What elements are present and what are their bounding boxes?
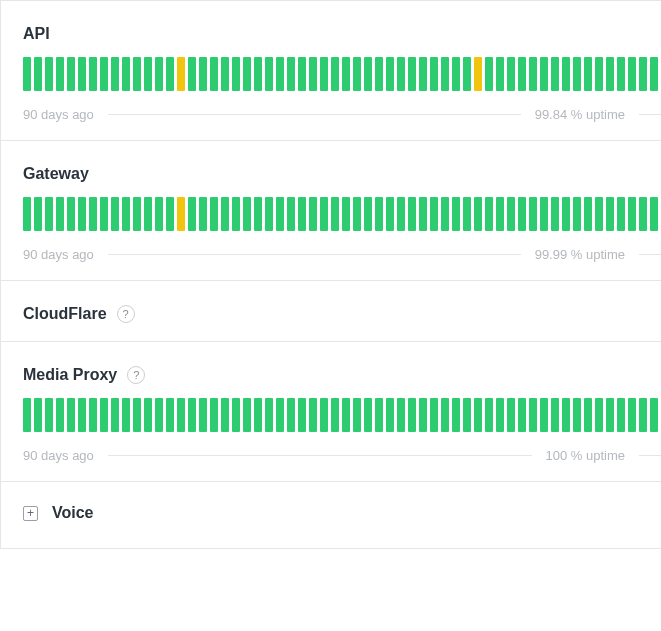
uptime-day-bar[interactable] xyxy=(397,398,405,432)
uptime-day-bar[interactable] xyxy=(540,398,548,432)
uptime-day-bar[interactable] xyxy=(507,57,515,91)
uptime-day-bar[interactable] xyxy=(89,398,97,432)
uptime-day-bar[interactable] xyxy=(353,398,361,432)
uptime-day-bar[interactable] xyxy=(595,197,603,231)
uptime-day-bar[interactable] xyxy=(56,57,64,91)
uptime-day-bar[interactable] xyxy=(45,57,53,91)
uptime-day-bar[interactable] xyxy=(573,57,581,91)
uptime-day-bar[interactable] xyxy=(210,197,218,231)
uptime-day-bar[interactable] xyxy=(639,57,647,91)
uptime-day-bar[interactable] xyxy=(166,398,174,432)
uptime-day-bar[interactable] xyxy=(320,197,328,231)
uptime-day-bar[interactable] xyxy=(188,398,196,432)
uptime-day-bar[interactable] xyxy=(485,57,493,91)
uptime-day-bar[interactable] xyxy=(34,398,42,432)
uptime-day-bar[interactable] xyxy=(562,398,570,432)
uptime-day-bar[interactable] xyxy=(441,398,449,432)
uptime-day-bar[interactable] xyxy=(133,197,141,231)
uptime-day-bar[interactable] xyxy=(386,398,394,432)
uptime-day-bar[interactable] xyxy=(56,197,64,231)
uptime-day-bar[interactable] xyxy=(23,57,31,91)
uptime-day-bar[interactable] xyxy=(507,197,515,231)
uptime-day-bar[interactable] xyxy=(650,197,658,231)
group-header[interactable]: +Voice xyxy=(23,504,661,522)
uptime-day-bar[interactable] xyxy=(111,197,119,231)
uptime-day-bar[interactable] xyxy=(463,57,471,91)
uptime-day-bar[interactable] xyxy=(188,57,196,91)
uptime-day-bar[interactable] xyxy=(331,57,339,91)
uptime-day-bar[interactable] xyxy=(265,398,273,432)
uptime-day-bar[interactable] xyxy=(386,197,394,231)
help-icon[interactable]: ? xyxy=(127,366,145,384)
uptime-day-bar[interactable] xyxy=(210,398,218,432)
uptime-day-bar[interactable] xyxy=(419,57,427,91)
uptime-day-bar[interactable] xyxy=(243,197,251,231)
uptime-day-bar[interactable] xyxy=(111,57,119,91)
uptime-day-bar[interactable] xyxy=(122,197,130,231)
uptime-day-bar[interactable] xyxy=(573,398,581,432)
uptime-day-bar[interactable] xyxy=(23,398,31,432)
uptime-day-bar[interactable] xyxy=(122,398,130,432)
uptime-day-bar[interactable] xyxy=(584,57,592,91)
uptime-day-bar[interactable] xyxy=(474,197,482,231)
uptime-day-bar[interactable] xyxy=(199,57,207,91)
uptime-day-bar[interactable] xyxy=(617,398,625,432)
uptime-day-bar[interactable] xyxy=(199,197,207,231)
uptime-day-bar[interactable] xyxy=(78,398,86,432)
expand-icon[interactable]: + xyxy=(23,506,38,521)
uptime-day-bar[interactable] xyxy=(375,57,383,91)
uptime-day-bar[interactable] xyxy=(100,398,108,432)
uptime-day-bar[interactable] xyxy=(144,57,152,91)
uptime-day-bar[interactable] xyxy=(430,398,438,432)
uptime-day-bar[interactable] xyxy=(122,57,130,91)
uptime-day-bar[interactable] xyxy=(529,398,537,432)
uptime-day-bar[interactable] xyxy=(463,197,471,231)
uptime-day-bar[interactable] xyxy=(496,398,504,432)
uptime-day-bar[interactable] xyxy=(221,398,229,432)
uptime-day-bar[interactable] xyxy=(67,57,75,91)
uptime-day-bar[interactable] xyxy=(287,57,295,91)
uptime-day-bar[interactable] xyxy=(78,57,86,91)
uptime-day-bar[interactable] xyxy=(518,57,526,91)
uptime-day-bar[interactable] xyxy=(78,197,86,231)
uptime-day-bar[interactable] xyxy=(628,57,636,91)
uptime-day-bar[interactable] xyxy=(287,197,295,231)
uptime-day-bar[interactable] xyxy=(56,398,64,432)
uptime-day-bar[interactable] xyxy=(452,197,460,231)
uptime-day-bar[interactable] xyxy=(155,57,163,91)
uptime-day-bar[interactable] xyxy=(254,398,262,432)
uptime-day-bar[interactable] xyxy=(485,197,493,231)
uptime-day-bar[interactable] xyxy=(595,398,603,432)
uptime-day-bar[interactable] xyxy=(309,57,317,91)
uptime-day-bar[interactable] xyxy=(276,57,284,91)
uptime-day-bar[interactable] xyxy=(408,197,416,231)
uptime-day-bar[interactable] xyxy=(639,197,647,231)
uptime-day-bar[interactable] xyxy=(276,398,284,432)
uptime-day-bar[interactable] xyxy=(452,398,460,432)
uptime-day-bar[interactable] xyxy=(452,57,460,91)
uptime-day-bar[interactable] xyxy=(320,398,328,432)
uptime-day-bar[interactable] xyxy=(111,398,119,432)
uptime-day-bar[interactable] xyxy=(67,197,75,231)
uptime-day-bar[interactable] xyxy=(23,197,31,231)
uptime-day-bar[interactable] xyxy=(540,197,548,231)
uptime-day-bar[interactable] xyxy=(375,398,383,432)
uptime-day-bar[interactable] xyxy=(34,197,42,231)
uptime-day-bar[interactable] xyxy=(232,398,240,432)
uptime-day-bar[interactable] xyxy=(518,398,526,432)
uptime-day-bar[interactable] xyxy=(474,57,482,91)
uptime-day-bar[interactable] xyxy=(342,57,350,91)
uptime-day-bar[interactable] xyxy=(463,398,471,432)
uptime-day-bar[interactable] xyxy=(551,398,559,432)
help-icon[interactable]: ? xyxy=(117,305,135,323)
uptime-day-bar[interactable] xyxy=(144,197,152,231)
uptime-day-bar[interactable] xyxy=(232,197,240,231)
uptime-day-bar[interactable] xyxy=(298,398,306,432)
uptime-day-bar[interactable] xyxy=(386,57,394,91)
uptime-day-bar[interactable] xyxy=(375,197,383,231)
uptime-day-bar[interactable] xyxy=(419,398,427,432)
uptime-day-bar[interactable] xyxy=(353,197,361,231)
uptime-day-bar[interactable] xyxy=(100,57,108,91)
uptime-day-bar[interactable] xyxy=(166,197,174,231)
uptime-day-bar[interactable] xyxy=(573,197,581,231)
